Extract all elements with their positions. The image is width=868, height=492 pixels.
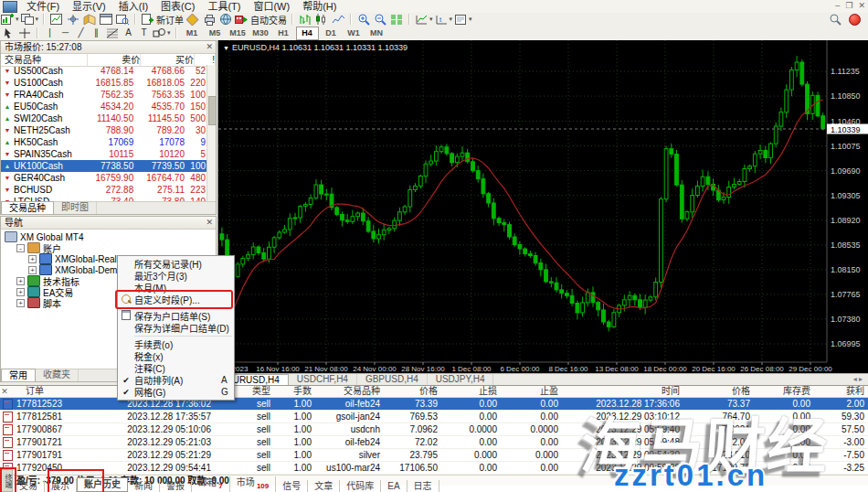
market-watch-row[interactable]: ▲EU50Cash4534.204535.70150: [1, 101, 207, 112]
close-button[interactable]: ✕: [858, 0, 865, 12]
timeframe-m1[interactable]: M1: [182, 27, 203, 39]
menu-file[interactable]: 文件(F): [20, 0, 66, 13]
menu-help[interactable]: 帮助(H): [296, 0, 343, 13]
metaeditor-button[interactable]: [185, 13, 200, 26]
menu-view[interactable]: 显示(V): [66, 0, 112, 13]
order-row[interactable]: 1779017212023.12.29 05:21:03sell1.00oil-…: [0, 436, 868, 449]
timeframe-mn[interactable]: MN: [366, 27, 387, 39]
label-tool[interactable]: T: [136, 27, 152, 39]
terminal-tab-邮箱[interactable]: 邮箱 7: [192, 476, 230, 492]
channel-tool[interactable]: ∥: [89, 27, 104, 39]
market-watch-toggle[interactable]: [49, 13, 64, 26]
minimize-button[interactable]: –: [835, 0, 840, 12]
market-watch-row[interactable]: ▼US100Cash16815.8516818.05220: [1, 77, 207, 89]
expander-icon[interactable]: +: [16, 299, 25, 307]
close-icon[interactable]: ✕: [206, 41, 213, 53]
bars-button[interactable]: [298, 13, 312, 26]
data-window-toggle[interactable]: [66, 13, 80, 26]
market-watch-row[interactable]: ▼BCHUSD272.88275.11223: [1, 184, 207, 196]
navigator-tab[interactable]: 常用: [1, 369, 36, 381]
terminal-tab-新闻[interactable]: 新闻: [128, 480, 160, 492]
orders-col-11[interactable]: 获利: [814, 386, 868, 397]
terminal-tab-EA[interactable]: EA: [381, 480, 407, 492]
autotrading-button[interactable]: 自动交易: [235, 13, 287, 26]
menu-item-网格G[interactable]: ✔网格(G)G: [118, 386, 234, 398]
orders-col-3[interactable]: 手数: [274, 386, 315, 397]
timeframe-m30[interactable]: M30: [250, 27, 271, 39]
expander-icon[interactable]: +: [28, 255, 37, 263]
close-icon[interactable]: ✕: [206, 217, 213, 229]
close-icon[interactable]: ✕: [0, 386, 9, 397]
timeframe-d1[interactable]: D1: [321, 27, 342, 39]
strategy-tester-toggle[interactable]: [115, 13, 130, 26]
market-watch-row[interactable]: ▼US500Cash4768.144768.6652: [1, 65, 207, 77]
navigator-tab[interactable]: 收藏夹: [36, 369, 79, 381]
market-watch-row[interactable]: ▼NETH25Cash788.90789.2030: [1, 124, 207, 136]
terminal-tab-警报[interactable]: 警报: [160, 480, 192, 492]
web-button[interactable]: [218, 13, 233, 26]
line-chart-button[interactable]: [331, 13, 345, 26]
market-watch-row[interactable]: ▼SPAIN35Cash10115101205: [1, 148, 207, 160]
market-watch-tab[interactable]: 交易品种: [1, 201, 54, 214]
zoom-in-button[interactable]: [356, 13, 371, 26]
terminal-tab-交易[interactable]: 交易: [13, 480, 45, 492]
text-tool[interactable]: A: [121, 27, 136, 39]
tree-item-账户[interactable]: -账户: [1, 242, 216, 253]
expander-icon[interactable]: -: [16, 244, 25, 252]
print-button[interactable]: [202, 13, 217, 26]
menu-charts[interactable]: 图表(C): [154, 0, 201, 13]
terminal-tab-市场[interactable]: 市场 109: [230, 476, 277, 492]
market-watch-row[interactable]: ▲HK50Cash17069170789: [1, 136, 207, 148]
market-watch-scrollbar[interactable]: [206, 65, 216, 202]
orders-col-10[interactable]: 库存费: [754, 386, 814, 397]
order-row[interactable]: 1779204502023.12.29 09:54:41sell1.00us10…: [0, 462, 868, 475]
orders-col-6[interactable]: 止损: [441, 386, 501, 397]
periods-button[interactable]: t▾: [435, 13, 453, 26]
timeframe-h1[interactable]: H1: [273, 27, 294, 39]
orders-col-0[interactable]: 订单: [9, 386, 101, 397]
fibonacci-tool[interactable]: [105, 27, 120, 39]
orders-col-5[interactable]: 价格: [384, 386, 441, 397]
cursor-tool[interactable]: [1, 27, 16, 39]
orders-col-9[interactable]: 价格: [683, 386, 754, 397]
orders-col-8[interactable]: 时间: [562, 386, 683, 397]
order-row[interactable]: 1779017912023.12.29 05:21:29sell1.00silv…: [0, 449, 868, 462]
order-row[interactable]: 1779008672023.12.29 05:10:06sell1.00usdc…: [0, 423, 868, 436]
terminal-tab-展示[interactable]: 展示: [45, 480, 77, 492]
timeframe-w1[interactable]: W1: [344, 27, 365, 39]
timeframe-h4[interactable]: H4: [296, 27, 319, 40]
order-row[interactable]: 1778125812023.12.28 17:35:57sell1.00gsoi…: [0, 411, 868, 423]
terminal-tab-账户历史[interactable]: 账户历史: [77, 477, 128, 492]
new-chart-button[interactable]: ▾: [1, 13, 19, 26]
market-watch-row[interactable]: ▼FRA40Cash7562.357563.35100: [1, 89, 207, 101]
expander-icon[interactable]: +: [28, 266, 37, 274]
shapes-tool[interactable]: ▾: [153, 27, 171, 39]
hline-tool[interactable]: ─: [58, 27, 73, 39]
terminal-tab-日志[interactable]: 日志: [408, 480, 439, 492]
orders-col-7[interactable]: 止盈: [501, 386, 562, 397]
menu-insert[interactable]: 插入(I): [112, 0, 154, 13]
new-order-button[interactable]: 新订单: [141, 13, 184, 26]
zoom-out-button[interactable]: [373, 13, 387, 26]
timeframe-m15[interactable]: M15: [228, 27, 249, 39]
terminal-toggle[interactable]: [99, 13, 113, 26]
expander-icon[interactable]: +: [16, 277, 25, 285]
market-watch-tab[interactable]: 即时图: [54, 202, 97, 214]
market-watch-row[interactable]: ▼GER40Cash16759.9016764.70480: [1, 172, 207, 184]
chart-canvas[interactable]: 1.112351.108501.104601.100751.096901.093…: [217, 40, 868, 373]
templates-button[interactable]: ▾: [454, 13, 472, 26]
tree-item-xm-global-mt4[interactable]: XM Global MT4: [1, 231, 216, 242]
terminal-tab-代码库[interactable]: 代码库: [340, 480, 381, 492]
trendline-tool[interactable]: ╱: [73, 27, 89, 39]
terminal-tab-文章[interactable]: 文章: [308, 480, 340, 492]
scrollbar-thumb[interactable]: [208, 96, 217, 125]
expander-icon[interactable]: +: [16, 288, 25, 296]
navigator-toggle[interactable]: [82, 13, 97, 26]
indicators-button[interactable]: ▾: [415, 13, 433, 26]
menu-tools[interactable]: 工具(T): [201, 0, 247, 13]
candles-button[interactable]: [314, 13, 329, 26]
terminal-tab-信号[interactable]: 信号: [276, 480, 308, 492]
menu-item-保存为详细户[interactable]: 保存为详细户口结单(D): [118, 322, 234, 334]
menu-window[interactable]: 窗口(W): [247, 0, 296, 13]
crosshair-tool[interactable]: [17, 27, 32, 39]
